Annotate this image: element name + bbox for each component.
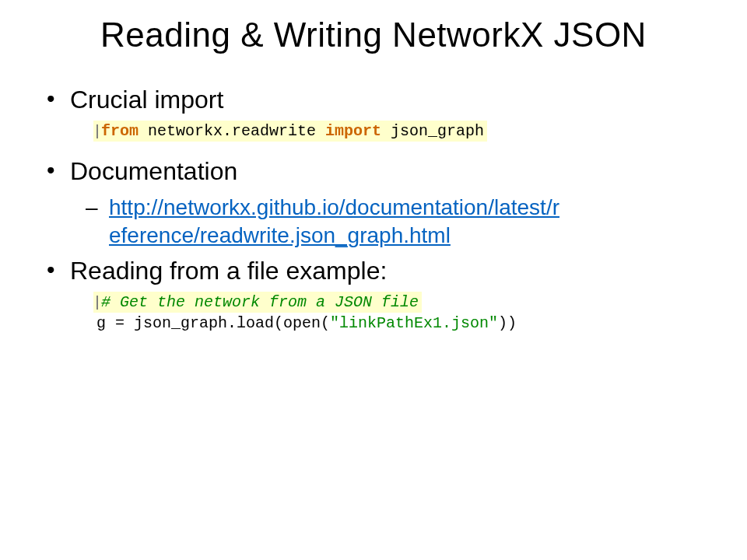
bullet-text-2: Documentation xyxy=(70,157,237,185)
cursor-icon xyxy=(96,124,98,138)
code-call: g = json_graph.load(open( xyxy=(96,314,330,332)
code-module: networkx.readwrite xyxy=(139,122,325,140)
code-comment-line: # Get the network from a JSON file xyxy=(93,292,422,313)
slide-content: Crucial import from networkx.readwrite i… xyxy=(31,86,716,334)
bullet-item-2: Documentation http://networkx.github.io/… xyxy=(47,157,716,250)
bullet-list: Crucial import from networkx.readwrite i… xyxy=(47,86,716,334)
code-comment: # Get the network from a JSON file xyxy=(101,293,419,311)
keyword-from: from xyxy=(101,122,139,140)
code-close: )) xyxy=(498,314,517,332)
bullet-item-3: Reading from a file example: # Get the n… xyxy=(47,257,716,334)
documentation-link[interactable]: http://networkx.github.io/documentation/… xyxy=(109,194,716,250)
code-block-example: # Get the network from a JSON file g = j… xyxy=(93,292,716,334)
bullet-item-1: Crucial import from networkx.readwrite i… xyxy=(47,86,716,142)
code-call-line: g = json_graph.load(open("linkPathEx1.js… xyxy=(93,313,520,334)
sub-bullet-item-1: http://networkx.github.io/documentation/… xyxy=(86,194,716,250)
bullet-text-1: Crucial import xyxy=(70,86,223,114)
code-highlight-line: from networkx.readwrite import json_grap… xyxy=(93,121,487,142)
code-string: "linkPathEx1.json" xyxy=(330,314,498,332)
sub-bullet-list: http://networkx.github.io/documentation/… xyxy=(86,194,716,250)
slide-title: Reading & Writing NetworkX JSON xyxy=(31,16,716,54)
code-target: json_graph xyxy=(381,122,484,140)
code-block-import: from networkx.readwrite import json_grap… xyxy=(93,121,716,142)
bullet-text-3: Reading from a file example: xyxy=(70,257,387,285)
cursor-icon-2 xyxy=(96,296,98,310)
link-line-1: http://networkx.github.io/documentation/… xyxy=(109,194,716,222)
keyword-import: import xyxy=(325,122,381,140)
link-line-2: eference/readwrite.json_graph.html xyxy=(109,222,716,250)
